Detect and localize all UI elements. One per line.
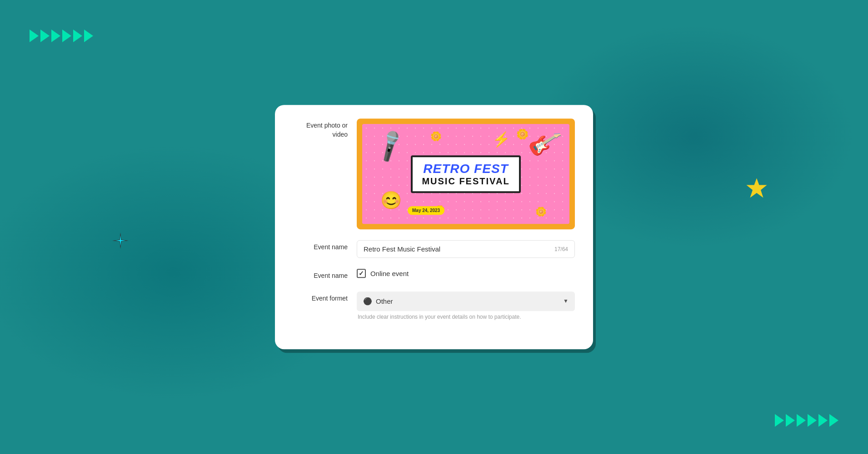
festival-title-box: RETRO FEST MUSIC FESTIVAL — [411, 155, 520, 193]
online-event-checkbox[interactable]: ✓ — [357, 269, 366, 278]
guitar-icon: 🎸 — [526, 125, 564, 162]
arrow-icon — [808, 414, 817, 427]
online-event-content: ✓ Online event — [357, 269, 575, 278]
star-yellow-decoration — [745, 177, 768, 200]
arrow-icon — [775, 414, 784, 427]
flower-icon-3: 🌼 — [535, 206, 547, 217]
photo-content: 🎤 🎸 😊 ⚡ 🌼 🌼 🌼 🌼 RETRO FEST MUSIC FESTIVA… — [357, 118, 575, 229]
smiley-icon: 😊 — [380, 190, 402, 210]
mic-icon: 🎤 — [371, 128, 409, 165]
arrow-icon — [786, 414, 795, 427]
festival-title-line2: MUSIC FESTIVAL — [422, 176, 509, 187]
dropdown-format-icon: ⚫ — [363, 297, 372, 306]
arrow-icon — [818, 414, 828, 427]
arrow-icon — [51, 30, 60, 42]
online-event-row: Event name ✓ Online event — [293, 269, 575, 281]
lightning-icon: ⚡ — [492, 131, 510, 148]
chevron-down-icon: ▼ — [563, 298, 569, 304]
flower-icon-1: 🌼 — [430, 131, 442, 142]
online-event-label: Event name — [293, 269, 357, 281]
arrow-icon — [84, 30, 93, 42]
star-blue-decoration — [111, 232, 130, 250]
festival-background: 🎤 🎸 😊 ⚡ 🌼 🌼 🌼 🌼 RETRO FEST MUSIC FESTIVA… — [362, 124, 569, 224]
arrow-icon — [40, 30, 50, 42]
dropdown-selected-value: Other — [376, 297, 393, 305]
festival-title-line1: RETRO FEST — [422, 162, 509, 176]
event-photo-banner: 🎤 🎸 😊 ⚡ 🌼 🌼 🌼 🌼 RETRO FEST MUSIC FESTIVA… — [362, 124, 569, 224]
checkmark-icon: ✓ — [359, 270, 364, 277]
online-event-checkbox-label: Online event — [370, 270, 409, 277]
decorative-arrows-left — [30, 30, 93, 42]
form-card: Event photo or video 🎤 🎸 😊 ⚡ 🌼 🌼 🌼 🌼 — [275, 105, 593, 349]
dropdown-left-content: ⚫ Other — [363, 297, 393, 306]
arrow-icon — [829, 414, 838, 427]
event-format-content: ⚫ Other ▼ Include clear instructions in … — [357, 291, 575, 320]
event-format-dropdown[interactable]: ⚫ Other ▼ — [357, 291, 575, 311]
online-event-checkbox-row: ✓ Online event — [357, 269, 575, 278]
event-name-row: Event name Retro Fest Music Festival 17/… — [293, 240, 575, 258]
event-format-label: Event formet — [293, 291, 357, 303]
festival-date-badge: May 24, 2023 — [408, 206, 444, 215]
event-name-input-container[interactable]: Retro Fest Music Festival 17/64 — [357, 240, 575, 258]
event-name-value: Retro Fest Music Festival — [364, 245, 440, 253]
event-name-counter: 17/64 — [554, 246, 568, 252]
arrow-icon — [73, 30, 82, 42]
event-name-label: Event name — [293, 240, 357, 252]
arrow-icon — [62, 30, 71, 42]
event-name-content: Retro Fest Music Festival 17/64 — [357, 240, 575, 258]
svg-marker-0 — [747, 178, 767, 198]
photo-label: Event photo or video — [293, 118, 357, 139]
flower-icon-2: 🌼 — [516, 128, 529, 140]
decorative-arrows-right — [775, 414, 838, 427]
arrow-icon — [797, 414, 806, 427]
dropdown-hint-text: Include clear instructions in your event… — [357, 314, 575, 320]
arrow-icon — [30, 30, 39, 42]
event-photo-container[interactable]: 🎤 🎸 😊 ⚡ 🌼 🌼 🌼 🌼 RETRO FEST MUSIC FESTIVA… — [357, 118, 575, 229]
photo-row: Event photo or video 🎤 🎸 😊 ⚡ 🌼 🌼 🌼 🌼 — [293, 118, 575, 229]
event-format-row: Event formet ⚫ Other ▼ Include clear ins… — [293, 291, 575, 320]
